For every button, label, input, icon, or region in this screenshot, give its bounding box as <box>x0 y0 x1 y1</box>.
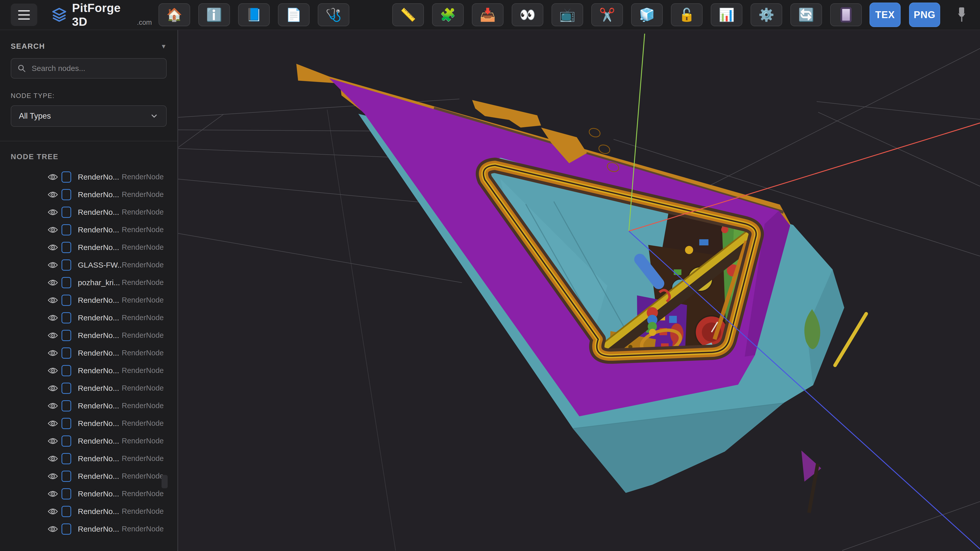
tree-row[interactable]: RenderNo...RenderNode <box>11 168 167 186</box>
eye-visibility-icon[interactable] <box>47 402 59 410</box>
bar-chart-button[interactable]: 📊 <box>711 3 742 26</box>
eye-visibility-icon[interactable] <box>47 296 59 304</box>
node-label: RenderNo... <box>78 472 122 481</box>
node-checkbox[interactable] <box>62 171 71 183</box>
eye-visibility-icon[interactable] <box>47 261 59 269</box>
ice-cube-button[interactable]: 🧊 <box>631 3 663 26</box>
tree-row[interactable]: RenderNo...RenderNode <box>11 380 167 397</box>
node-checkbox[interactable] <box>62 506 71 517</box>
tree-row[interactable]: RenderNo...RenderNode <box>11 327 167 344</box>
node-type-select[interactable]: All Types <box>11 105 167 127</box>
eye-visibility-icon[interactable] <box>47 437 59 445</box>
node-checkbox[interactable] <box>62 453 71 464</box>
node-checkbox[interactable] <box>62 524 71 535</box>
node-label: RenderNo... <box>78 507 122 516</box>
node-label: RenderNo... <box>78 419 122 428</box>
eye-visibility-icon[interactable] <box>47 525 59 533</box>
eye-visibility-icon[interactable] <box>47 349 59 357</box>
node-checkbox[interactable] <box>62 365 71 376</box>
eye-visibility-icon[interactable] <box>47 243 59 251</box>
eye-visibility-icon[interactable] <box>47 419 59 427</box>
eye-visibility-icon[interactable] <box>47 454 59 463</box>
tree-row[interactable]: RenderNo...RenderNode <box>11 414 167 432</box>
node-checkbox[interactable] <box>62 189 71 200</box>
node-checkbox[interactable] <box>62 242 71 253</box>
node-checkbox[interactable] <box>62 383 71 394</box>
node-checkbox[interactable] <box>62 224 71 235</box>
eye-visibility-icon[interactable] <box>47 367 59 375</box>
tree-row[interactable]: RenderNo...RenderNode <box>11 362 167 380</box>
eye-visibility-icon[interactable] <box>47 314 59 322</box>
node-checkbox[interactable] <box>62 277 71 288</box>
gear-button[interactable]: ⚙️ <box>751 3 782 26</box>
node-checkbox[interactable] <box>62 348 71 359</box>
inbox-tray-button[interactable]: 📥 <box>472 3 504 26</box>
ice-cube-icon: 🧊 <box>639 8 655 21</box>
tree-row[interactable]: RenderNo...RenderNode <box>11 291 167 309</box>
tv-icon: 📺 <box>559 8 575 21</box>
search-input[interactable] <box>32 64 160 73</box>
tree-row[interactable]: RenderNo...RenderNode <box>11 397 167 414</box>
eye-visibility-icon[interactable] <box>47 331 59 340</box>
book-button[interactable]: 📘 <box>238 3 270 26</box>
tree-row[interactable]: RenderNo...RenderNode <box>11 203 167 221</box>
info-button[interactable]: ℹ️ <box>198 3 230 26</box>
unlock-button[interactable]: 🔓 <box>671 3 703 26</box>
inbox-tray-icon: 📥 <box>480 8 496 21</box>
eye-visibility-icon[interactable] <box>47 384 59 392</box>
eye-visibility-icon[interactable] <box>47 490 59 498</box>
tree-row[interactable]: RenderNo...RenderNode <box>11 344 167 362</box>
menu-button[interactable] <box>11 3 37 26</box>
eye-visibility-icon[interactable] <box>47 173 59 181</box>
tree-row[interactable]: RenderNo...RenderNode <box>11 450 167 467</box>
node-checkbox[interactable] <box>62 206 71 218</box>
node-checkbox[interactable] <box>62 435 71 447</box>
eye-visibility-icon[interactable] <box>47 472 59 480</box>
export-png-button[interactable]: PNG <box>909 3 940 27</box>
tree-row[interactable]: RenderNo...RenderNode <box>11 309 167 327</box>
export-tex-button[interactable]: TEX <box>870 3 900 27</box>
node-checkbox[interactable] <box>62 400 71 411</box>
tree-row[interactable]: pozhar_kri...RenderNode <box>11 274 167 291</box>
sidebar-scrollbar[interactable] <box>162 475 168 488</box>
node-checkbox[interactable] <box>62 418 71 429</box>
tree-row[interactable]: RenderNo...RenderNode <box>11 186 167 203</box>
tree-row[interactable]: RenderNo...RenderNode <box>11 485 167 503</box>
node-label: RenderNo... <box>78 366 122 375</box>
stethoscope-button[interactable]: 🩺 <box>318 3 349 26</box>
panel-button[interactable] <box>830 3 862 26</box>
ruler-button[interactable]: 📏 <box>392 3 424 26</box>
tree-row[interactable]: RenderNo...RenderNode <box>11 238 167 256</box>
node-type: RenderNode <box>122 208 164 216</box>
node-checkbox[interactable] <box>62 259 71 271</box>
node-type: RenderNode <box>122 402 164 410</box>
eye-visibility-icon[interactable] <box>47 191 59 199</box>
eye-visibility-icon[interactable] <box>47 208 59 216</box>
tree-row[interactable]: RenderNo...RenderNode <box>11 221 167 238</box>
node-checkbox[interactable] <box>62 471 71 482</box>
node-type-label: NODE TYPE: <box>11 92 167 100</box>
node-checkbox[interactable] <box>62 312 71 324</box>
home-button[interactable]: 🏠 <box>159 3 190 26</box>
eye-visibility-icon[interactable] <box>47 507 59 516</box>
refresh-button[interactable]: 🔄 <box>791 3 822 26</box>
eye-visibility-icon[interactable] <box>47 279 59 287</box>
node-checkbox[interactable] <box>62 295 71 306</box>
node-checkbox[interactable] <box>62 330 71 341</box>
node-checkbox[interactable] <box>62 488 71 499</box>
collapse-triangle-icon[interactable]: ▼ <box>161 43 167 50</box>
viewport-3d-canvas[interactable] <box>178 30 980 551</box>
app-title-suffix: .com <box>137 19 152 27</box>
tree-row[interactable]: GLASS-FW...RenderNode <box>11 256 167 274</box>
puzzle-button[interactable]: 🧩 <box>432 3 464 26</box>
tree-row[interactable]: RenderNo...RenderNode <box>11 432 167 450</box>
tree-row[interactable]: RenderNo...RenderNode <box>11 467 167 485</box>
tree-row[interactable]: RenderNo...RenderNode <box>11 520 167 538</box>
eye-visibility-icon[interactable] <box>47 226 59 234</box>
tree-row[interactable]: RenderNo...RenderNode <box>11 503 167 520</box>
pin-button[interactable] <box>956 6 967 23</box>
document-button[interactable]: 📄 <box>278 3 310 26</box>
tv-button[interactable]: 📺 <box>552 3 583 26</box>
scissors-button[interactable]: ✂️ <box>591 3 623 26</box>
eyes-button[interactable]: 👀 <box>512 3 543 26</box>
